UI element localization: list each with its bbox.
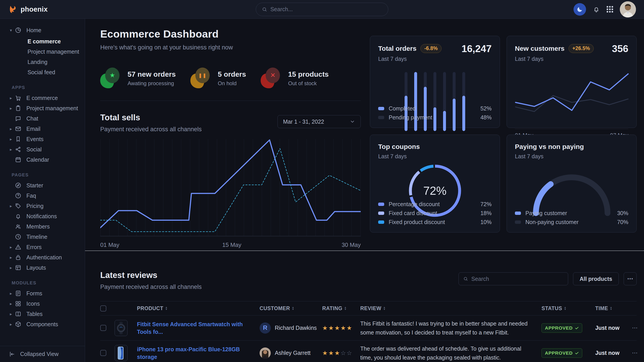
- chat-icon: [15, 115, 22, 122]
- check-icon: [575, 326, 579, 330]
- stat-title: 57 new orders: [128, 70, 176, 78]
- total-orders-card: Total orders -6.8% 16,247 Last 7 days Co…: [370, 36, 500, 128]
- stat-title: 5 orders: [218, 70, 246, 78]
- reviews-subtitle: Payment received across all channels: [100, 284, 202, 291]
- sidebar-section-label: PAGES: [12, 172, 85, 178]
- stat-subtitle: On hold: [218, 80, 246, 86]
- column-header-time[interactable]: TIME▲▼: [595, 306, 624, 312]
- product-link[interactable]: iPhone 13 pro max-Pacific Blue-128GB sto…: [137, 346, 260, 361]
- reviews-divider: [85, 250, 644, 251]
- sidebar-subitem-project-management[interactable]: Project management: [0, 46, 85, 57]
- select-all-checkbox[interactable]: [100, 306, 106, 312]
- phoenix-flame-icon: [8, 5, 18, 14]
- reviews-search-input[interactable]: [471, 276, 564, 282]
- sidebar-item-calendar[interactable]: Calendar: [0, 154, 85, 165]
- order-bar: [443, 72, 446, 131]
- sidebar-item-email[interactable]: ▸Email: [0, 124, 85, 134]
- sidebar-item-forms[interactable]: ▸Forms: [0, 288, 85, 299]
- sort-icon: ▲▼: [610, 306, 612, 310]
- tag-icon: [15, 203, 22, 209]
- sidebar-item-notifications[interactable]: Notifications: [0, 211, 85, 221]
- legend-label: Non-paying customer: [526, 219, 579, 225]
- legend-swatch: [378, 212, 384, 215]
- sidebar-item-components[interactable]: ▸Components: [0, 319, 85, 329]
- row-actions-button[interactable]: ⋯: [624, 325, 638, 331]
- rating-stars: ★★★☆☆: [322, 350, 360, 357]
- collapse-sidebar-button[interactable]: Collapsed View: [0, 346, 85, 362]
- legend-value: 48%: [480, 114, 492, 121]
- reviews-search[interactable]: [458, 272, 568, 285]
- logo[interactable]: phoenix: [8, 5, 85, 14]
- sidebar-item-tables[interactable]: ▸Tables: [0, 309, 85, 319]
- search-input[interactable]: [270, 6, 382, 12]
- new-customers-chart: 01 May 07 May: [515, 69, 628, 139]
- row-checkbox[interactable]: [100, 350, 106, 356]
- sidebar-item-label: Email: [26, 126, 40, 132]
- user-avatar[interactable]: [620, 1, 636, 17]
- theme-toggle-button[interactable]: [574, 3, 586, 16]
- product-link[interactable]: Fitbit Sense Advanced Smartwatch with To…: [137, 321, 260, 336]
- sidebar-item-starter[interactable]: Starter: [0, 180, 85, 191]
- calendar-icon: [15, 156, 22, 163]
- column-header-customer[interactable]: CUSTOMER▲▼: [260, 306, 322, 312]
- sidebar-subitem-e-commerce[interactable]: E commerce: [0, 36, 85, 46]
- sidebar-item-faq[interactable]: Faq: [0, 191, 85, 201]
- product-thumbnail[interactable]: [114, 345, 128, 361]
- reviews-more-button[interactable]: ⋯: [624, 272, 636, 285]
- legend-row: Fixed card discount18%: [378, 209, 492, 218]
- icons-grid-icon: [15, 300, 22, 307]
- total-sells-chart[interactable]: 01 May 15 May 30 May: [100, 137, 361, 250]
- apps-menu-button[interactable]: [607, 6, 613, 12]
- table-icon: [15, 311, 22, 317]
- sidebar-item-social[interactable]: ▸Social: [0, 144, 85, 154]
- customer-cell: Ashley Garrett: [260, 348, 322, 359]
- legend-swatch: [378, 107, 384, 110]
- lock-icon: [15, 254, 22, 261]
- collapse-label: Collapsed View: [20, 351, 59, 357]
- search-icon: [463, 276, 468, 282]
- sidebar-item-timeline[interactable]: Timeline: [0, 232, 85, 242]
- sidebar-item-errors[interactable]: ▸Errors: [0, 242, 85, 252]
- caret-right-icon: ▸: [10, 106, 15, 111]
- sidebar-item-events[interactable]: ▸Events: [0, 134, 85, 144]
- column-header-rating[interactable]: RATING▲▼: [322, 306, 360, 312]
- main-content: Ecommerce Dashboard Here's what's going …: [85, 19, 644, 362]
- sidebar-item-project-management[interactable]: ▸Project management: [0, 103, 85, 113]
- sidebar-subitem-social-feed[interactable]: Social feed: [0, 67, 85, 77]
- date-range-select[interactable]: Mar 1 - 31, 2022: [278, 115, 361, 128]
- column-header-status[interactable]: STATUS▲▼: [542, 306, 595, 312]
- notifications-button[interactable]: [593, 6, 600, 13]
- sidebar-item-layouts[interactable]: ▸Layouts: [0, 263, 85, 273]
- collapse-icon: [9, 351, 15, 357]
- sidebar-item-home[interactable]: ▾Home: [0, 25, 85, 35]
- column-header-product[interactable]: PRODUCT▲▼: [137, 306, 260, 312]
- customer-avatar-photo: [260, 348, 271, 359]
- sidebar-item-members[interactable]: Members: [0, 221, 85, 232]
- sort-icon: ▲▼: [383, 306, 386, 310]
- new-customers-period: Last 7 days: [515, 56, 628, 62]
- bookmark-icon: [15, 136, 22, 142]
- all-products-button[interactable]: All products: [573, 272, 619, 285]
- x-tick-01may: 01 May: [100, 242, 119, 248]
- sidebar-item-e-commerce[interactable]: ▸E commerce: [0, 93, 85, 103]
- sidebar-subitem-landing[interactable]: Landing: [0, 57, 85, 67]
- caret-right-icon: ▸: [10, 301, 15, 306]
- sidebar-item-icons[interactable]: ▸Icons: [0, 299, 85, 309]
- date-range-value: Mar 1 - 31, 2022: [283, 118, 324, 125]
- sidebar-item-authentication[interactable]: ▸Authentication: [0, 252, 85, 263]
- product-thumbnail[interactable]: [114, 320, 128, 336]
- sidebar-item-label: Tables: [26, 311, 42, 317]
- sidebar-item-chat[interactable]: Chat: [0, 113, 85, 124]
- status-badge: APPROVED: [542, 348, 582, 358]
- global-search[interactable]: [256, 3, 388, 16]
- row-checkbox[interactable]: [100, 325, 106, 331]
- x-blob-icon: ✕: [261, 67, 282, 89]
- row-actions-button[interactable]: ⋯: [624, 350, 638, 357]
- column-header-review[interactable]: REVIEW▲▼: [360, 306, 542, 312]
- caret-right-icon: ▸: [10, 312, 15, 317]
- latest-reviews-section: Latest reviews Payment received across a…: [100, 271, 636, 362]
- legend-label: Fixed card discount: [389, 210, 437, 216]
- check-icon: [575, 351, 579, 355]
- sidebar-item-pricing[interactable]: ▸Pricing: [0, 201, 85, 211]
- moon-icon: [577, 6, 583, 12]
